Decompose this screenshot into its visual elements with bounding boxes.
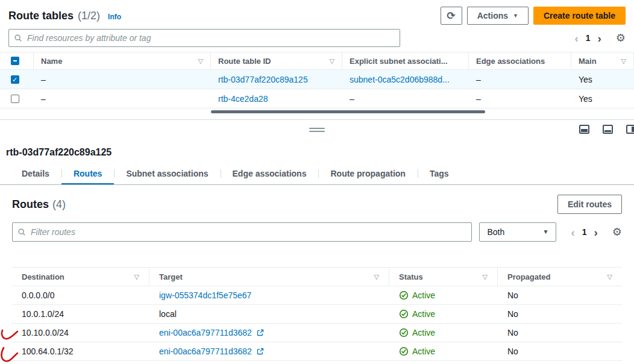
target-link[interactable]: local bbox=[159, 309, 177, 319]
create-route-table-button[interactable]: Create route table bbox=[533, 7, 626, 25]
edge-value: – bbox=[476, 94, 481, 104]
sort-icon[interactable]: ▽ bbox=[198, 57, 203, 65]
destination-value: 100.64.0.1/32 bbox=[22, 347, 74, 356]
caret-down-icon: ▼ bbox=[513, 13, 518, 19]
column-label: Destination bbox=[22, 272, 64, 281]
status-cell: Active bbox=[389, 309, 498, 319]
status-cell: Active bbox=[389, 347, 498, 356]
route-tables-table-body: – rtb-03d77af220c89a125 subnet-0ca5c2d06… bbox=[0, 70, 634, 108]
next-page-button[interactable]: › bbox=[598, 33, 601, 44]
column-label: Status bbox=[399, 272, 423, 281]
table-settings-gear-icon[interactable]: ⚙ bbox=[616, 33, 626, 43]
external-link-icon bbox=[257, 329, 264, 336]
column-header-name[interactable]: Name ▽ bbox=[34, 52, 211, 69]
propagated-cell: No bbox=[498, 290, 622, 300]
actions-button[interactable]: Actions ▼ bbox=[467, 7, 529, 25]
panel-layout-controls bbox=[579, 125, 634, 134]
horizontal-scrollbar-thumb[interactable] bbox=[211, 110, 485, 113]
status-active-icon bbox=[399, 328, 409, 337]
status-active-icon bbox=[399, 347, 409, 356]
subnet-association-link[interactable]: subnet-0ca5c2d06b988d... bbox=[350, 75, 450, 84]
tab-edge-associations[interactable]: Edge associations bbox=[221, 164, 319, 184]
column-header-route-table-id[interactable]: Route table ID ▽ bbox=[211, 52, 342, 69]
select-all-checkbox[interactable] bbox=[11, 57, 19, 65]
row-checkbox[interactable] bbox=[11, 95, 19, 103]
horizontal-scrollbar bbox=[0, 110, 634, 115]
propagated-value: No bbox=[507, 290, 518, 300]
route-scope-value: Both bbox=[487, 227, 504, 237]
propagated-cell: No bbox=[498, 347, 622, 356]
column-header-propagated[interactable]: Propagated ▽ bbox=[498, 268, 622, 286]
split-panel-drag-handle[interactable] bbox=[309, 128, 325, 134]
route-table-id-link[interactable]: rtb-4ce2da28 bbox=[218, 94, 268, 104]
route-tables-panel: Route tables (1/2) Info ⟳ Actions ▼ Crea… bbox=[0, 0, 634, 115]
routes-settings-gear-icon[interactable]: ⚙ bbox=[612, 227, 622, 237]
page-title: Route tables (1/2) Info bbox=[8, 10, 121, 22]
route-table-row-rtb-4ce2da28[interactable]: – rtb-4ce2da28 – – Yes bbox=[0, 89, 634, 108]
name-value: – bbox=[41, 94, 46, 104]
current-page[interactable]: 1 bbox=[582, 227, 587, 237]
next-page-button[interactable]: › bbox=[594, 227, 598, 238]
tab-label: Route propagation bbox=[330, 169, 405, 178]
target-link[interactable]: eni-00ac6a797711d3682 bbox=[159, 347, 252, 356]
route-table-row-rtb-03d77af220c89a125[interactable]: – rtb-03d77af220c89a125 subnet-0ca5c2d06… bbox=[0, 70, 634, 89]
column-header-status[interactable]: Status ▽ bbox=[389, 268, 498, 286]
route-scope-select[interactable]: Both ▼ bbox=[479, 222, 556, 242]
sort-icon[interactable]: ▽ bbox=[621, 57, 626, 65]
detail-panel-title: rtb-03d77af220c89a125 bbox=[6, 147, 634, 158]
tab-details[interactable]: Details bbox=[10, 164, 61, 184]
panel-side-layout-icon[interactable] bbox=[626, 125, 634, 134]
edit-routes-button[interactable]: Edit routes bbox=[557, 195, 622, 214]
sort-icon[interactable]: ▽ bbox=[134, 273, 139, 281]
table-pagination: ‹ 1 › ⚙ bbox=[574, 33, 626, 44]
actions-button-label: Actions bbox=[477, 11, 508, 20]
panel-bottom-layout-icon[interactable] bbox=[579, 125, 589, 134]
column-label: Main bbox=[579, 57, 597, 66]
target-cell: local bbox=[149, 309, 389, 319]
column-header-target[interactable]: Target ▽ bbox=[149, 268, 389, 286]
route-table-id-cell: rtb-03d77af220c89a125 bbox=[211, 75, 342, 84]
panel-split-layout-icon[interactable] bbox=[603, 125, 613, 134]
prev-page-button[interactable]: ‹ bbox=[571, 227, 574, 238]
main-value: Yes bbox=[579, 75, 592, 84]
routes-count: (4) bbox=[52, 198, 66, 211]
column-header-explicit-subnet[interactable]: Explicit subnet associati... bbox=[342, 52, 469, 69]
sort-icon[interactable]: ▽ bbox=[374, 273, 379, 281]
subnet-association-link[interactable]: – bbox=[350, 94, 354, 104]
tab-subnet-associations[interactable]: Subnet associations bbox=[114, 164, 220, 184]
route-row-0-0-0-0-0: 0.0.0.0/0 igw-055374dc1f5e75e67 Active N… bbox=[12, 286, 622, 305]
target-link[interactable]: eni-00ac6a797711d3682 bbox=[159, 328, 252, 337]
target-link[interactable]: igw-055374dc1f5e75e67 bbox=[159, 290, 251, 300]
current-page[interactable]: 1 bbox=[586, 33, 591, 43]
search-icon bbox=[17, 228, 26, 236]
tab-tags[interactable]: Tags bbox=[418, 164, 461, 184]
info-link[interactable]: Info bbox=[108, 13, 121, 21]
routes-title: Routes bbox=[12, 198, 49, 211]
column-header-main[interactable]: Main ▽ bbox=[571, 52, 634, 69]
routes-filter-input[interactable] bbox=[12, 222, 472, 242]
resource-search-input[interactable] bbox=[8, 29, 400, 47]
sort-icon[interactable]: ▽ bbox=[607, 273, 612, 281]
main-cell: Yes bbox=[571, 94, 634, 104]
status-value: Active bbox=[412, 347, 435, 356]
main-value: Yes bbox=[579, 94, 592, 104]
main-cell: Yes bbox=[571, 75, 634, 84]
route-table-id-link[interactable]: rtb-03d77af220c89a125 bbox=[218, 75, 308, 84]
tab-label: Details bbox=[22, 169, 49, 178]
row-select-cell bbox=[0, 95, 34, 103]
row-checkbox[interactable] bbox=[11, 75, 19, 84]
tab-route-propagation[interactable]: Route propagation bbox=[318, 164, 417, 184]
column-header-edge-associations[interactable]: Edge associations bbox=[469, 52, 571, 69]
sort-icon[interactable]: ▽ bbox=[483, 273, 488, 281]
column-header-destination[interactable]: Destination ▽ bbox=[12, 268, 149, 286]
refresh-button[interactable]: ⟳ bbox=[441, 7, 462, 25]
routes-table-body: 0.0.0.0/0 igw-055374dc1f5e75e67 Active N… bbox=[12, 286, 622, 361]
name-value: – bbox=[41, 75, 46, 84]
prev-page-button[interactable]: ‹ bbox=[574, 33, 578, 44]
destination-value: 0.0.0.0/0 bbox=[22, 290, 55, 300]
edge-value: – bbox=[476, 75, 481, 84]
tab-routes[interactable]: Routes bbox=[61, 164, 114, 184]
sort-icon[interactable]: ▽ bbox=[330, 57, 334, 65]
name-cell: – bbox=[34, 75, 211, 84]
status-cell: Active bbox=[389, 328, 498, 337]
